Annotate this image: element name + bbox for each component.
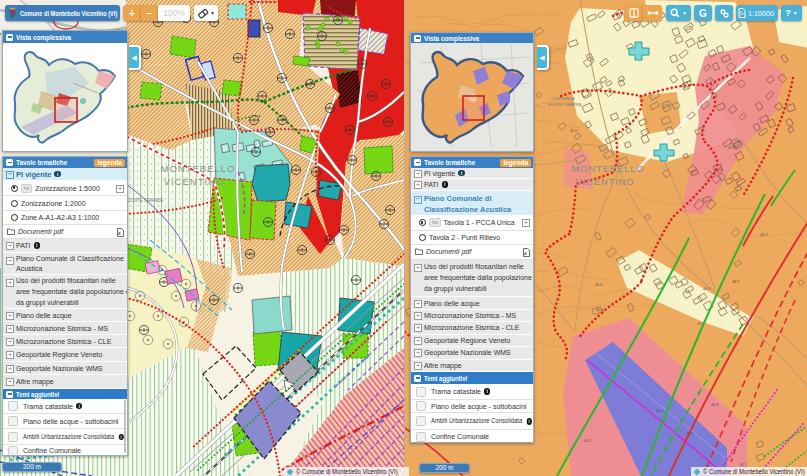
svg-text:VICENTINO: VICENTINO <box>164 176 225 187</box>
svg-text:MONTEBELLO: MONTEBELLO <box>572 163 645 174</box>
svg-text:49.0: 49.0 <box>595 283 602 287</box>
svg-text:48.9: 48.9 <box>732 280 739 284</box>
svg-text:A: A <box>117 231 121 236</box>
svg-text:45.1: 45.1 <box>584 439 591 443</box>
svg-text:VICENTINO: VICENTINO <box>576 176 635 187</box>
svg-text:48.6: 48.6 <box>656 409 663 413</box>
svg-text:A: A <box>523 251 527 256</box>
svg-text:45.0: 45.0 <box>570 129 577 133</box>
svg-text:48.3: 48.3 <box>760 233 767 237</box>
svg-text:CONTRADA: CONTRADA <box>551 96 575 101</box>
svg-text:46.9: 46.9 <box>686 432 693 436</box>
svg-text:46.8: 46.8 <box>711 403 718 407</box>
svg-text:CONTE GRANDE: CONTE GRANDE <box>127 198 163 203</box>
svg-text:42.3: 42.3 <box>596 308 603 312</box>
svg-text:44.0: 44.0 <box>703 287 710 291</box>
svg-text:MONTE DRAPPA: MONTE DRAPPA <box>548 102 581 107</box>
svg-text:49.6: 49.6 <box>728 146 735 150</box>
svg-text:MONTEBELLO: MONTEBELLO <box>161 163 236 174</box>
svg-text:41.2: 41.2 <box>697 322 704 326</box>
